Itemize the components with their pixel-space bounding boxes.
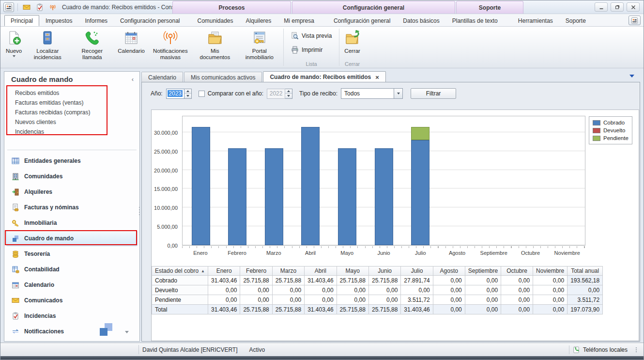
bar-segment-cobrado[interactable] bbox=[411, 140, 429, 245]
ribbon-tab-herramientas[interactable]: Herramientas bbox=[512, 15, 559, 26]
sidebar-link-facturas-emitidas-ventas[interactable]: Facturas emitidas (ventas) bbox=[15, 98, 90, 108]
ribbon-tab-comunidades[interactable]: Comunidades bbox=[191, 15, 240, 26]
sidebar-collapse-icon[interactable]: ‹ bbox=[132, 76, 134, 83]
ribbon-tab-plantillas-de-texto[interactable]: Plantillas de texto bbox=[446, 15, 504, 26]
local-phones-label[interactable]: Teléfonos locales bbox=[583, 346, 628, 353]
toolbar-button-mis-documentos[interactable]: Mis documentos bbox=[193, 27, 237, 68]
toolbar-button-calendario[interactable]: Calendario bbox=[114, 27, 148, 68]
receipt-type-value[interactable]: Todos bbox=[341, 88, 394, 99]
sidebar-item-contabilidad[interactable]: Contabilidad bbox=[6, 262, 138, 277]
ribbon-tab-alquileres[interactable]: Alquileres bbox=[240, 15, 278, 26]
sidebar-item-facturas-y-nóminas[interactable]: Facturas y nóminas bbox=[6, 200, 138, 215]
sidebar-item-alquileres[interactable]: Alquileres bbox=[6, 184, 138, 200]
year-spinner[interactable]: 2023 bbox=[166, 89, 192, 99]
sidebar-item-entidades-generales[interactable]: Entidades generales bbox=[6, 153, 138, 169]
toolbar-button-notificaciones-masivas[interactable]: Notificaciones masivas bbox=[148, 27, 193, 68]
minimize-button[interactable] bbox=[595, 2, 608, 12]
cell: 0,00 bbox=[368, 295, 400, 305]
toolbar-button-localizar-incidencias[interactable]: Localizar incidencias bbox=[25, 27, 70, 68]
sidebar-link-facturas-recibidas-compras[interactable]: Facturas recibidas (compras) bbox=[15, 108, 90, 117]
bar-segment-cobrado[interactable] bbox=[265, 148, 283, 245]
sidebar-item-cuadro-de-mando[interactable]: Cuadro de mando bbox=[6, 231, 138, 246]
document-tab-cuadro-de-mando-recibos-emitidos[interactable]: Cuadro de mando: Recibos emitidos× bbox=[263, 71, 385, 82]
ribbon-tab-principal[interactable]: Principal bbox=[4, 15, 39, 26]
x-tick-label: Noviembre bbox=[549, 250, 585, 256]
document-tab-calendario[interactable]: Calendario bbox=[141, 72, 183, 82]
window-controls bbox=[595, 2, 640, 12]
bar-segment-cobrado[interactable] bbox=[338, 148, 356, 245]
combo-dropdown-button[interactable] bbox=[394, 88, 403, 99]
close-tab-icon[interactable]: × bbox=[375, 74, 379, 80]
collapse-ribbon-icon[interactable] bbox=[616, 16, 626, 25]
cell: 193.562,18 bbox=[567, 276, 603, 285]
bar-segment-cobrado[interactable] bbox=[301, 127, 320, 245]
ribbon-tab-soporte[interactable]: Soporte bbox=[559, 15, 592, 26]
tasks-quick-icon[interactable] bbox=[34, 2, 45, 12]
app-menu-icon[interactable] bbox=[3, 2, 14, 12]
sidebar-item-comunidades[interactable]: Comunidades bbox=[6, 169, 138, 184]
restore-button[interactable] bbox=[611, 2, 624, 12]
ribbon-tab-configuración-personal[interactable]: Configuración personal bbox=[114, 15, 186, 26]
cell: 0,00 bbox=[567, 285, 603, 295]
tab-list-dropdown-icon[interactable] bbox=[629, 75, 634, 78]
close-button[interactable] bbox=[627, 2, 640, 12]
toolbar-button-recoger-llamada[interactable]: Recoger llamada bbox=[70, 27, 114, 68]
column-header-estado-del-cobro[interactable]: Estado del cobro▲ bbox=[152, 266, 208, 276]
receipt-type-select[interactable]: Todos bbox=[341, 88, 403, 99]
sidebar: Cuadro de mando ‹ Recibos emitidosFactur… bbox=[4, 71, 140, 342]
sidebar-overflow-icon[interactable] bbox=[125, 331, 129, 333]
divider bbox=[339, 29, 339, 66]
sidebar-item-inmobiliaria[interactable]: Inmobiliaria bbox=[6, 215, 138, 231]
app-logo bbox=[96, 323, 116, 339]
quick-access-toolbar bbox=[0, 2, 58, 12]
legend-label: Pendiente bbox=[603, 135, 629, 141]
filtrar-button[interactable]: Filtrar bbox=[411, 88, 456, 99]
ribbon-tab-mi-empresa[interactable]: Mi empresa bbox=[277, 15, 321, 26]
sidebar-item-incidencias[interactable]: Incidencias bbox=[6, 308, 138, 324]
sidebar-link-nuevos-clientes[interactable]: Nuevos clientes bbox=[15, 117, 90, 127]
document-tab-mis-comunicados-activos[interactable]: Mis comunicados activos bbox=[184, 72, 262, 82]
sidebar-item-calendario[interactable]: Calendario bbox=[6, 277, 138, 293]
ribbon-tab-datos-básicos[interactable]: Datos básicos bbox=[397, 15, 445, 26]
ribbon-tab-configuración-general[interactable]: Configuración general bbox=[327, 15, 397, 26]
bar-segment-pendiente[interactable] bbox=[411, 127, 429, 140]
cerrar-button[interactable]: Cerrar bbox=[341, 27, 364, 55]
coins-icon bbox=[12, 250, 19, 258]
chart-y-axis: 0,005.000,0010.000,0015.000,0020.000,002… bbox=[152, 116, 180, 246]
sidebar-item-comunicados[interactable]: Comunicados bbox=[6, 293, 138, 308]
sidebar-link-recibos-emitidos[interactable]: Recibos emitidos bbox=[15, 88, 90, 98]
ribbon-tab-impuestos[interactable]: Impuestos bbox=[39, 15, 78, 26]
phone-icon bbox=[573, 346, 580, 353]
ribbon-tab-informes[interactable]: Informes bbox=[78, 15, 114, 26]
column-header-febrero: Febrero bbox=[240, 266, 272, 276]
broadcast-icon bbox=[163, 29, 178, 47]
legend-label: Devuelto bbox=[603, 127, 625, 133]
toolbar-button-portal-inmobiliario[interactable]: Portal inmobiliario bbox=[237, 27, 282, 68]
year-input[interactable]: 2023 bbox=[168, 90, 183, 97]
sidebar-resize-handle[interactable] bbox=[138, 203, 140, 219]
spin-up-icon[interactable] bbox=[186, 90, 189, 92]
cell: 0,00 bbox=[501, 285, 533, 295]
year-spinner-arrows[interactable] bbox=[184, 89, 192, 99]
compare-checkbox[interactable] bbox=[199, 91, 205, 97]
toolbar-button-label: Mis documentos bbox=[196, 48, 234, 61]
broadcast-quick-icon[interactable] bbox=[47, 2, 58, 12]
app-mini-icon[interactable] bbox=[629, 16, 641, 25]
resize-grip[interactable] bbox=[636, 347, 637, 352]
sidebar-item-notificaciones[interactable]: Notificaciones bbox=[6, 324, 138, 339]
cell: 0,00 bbox=[305, 295, 337, 305]
sidebar-item-tesorería[interactable]: Tesorería bbox=[6, 246, 138, 262]
toolbar-button-nuevo[interactable]: Nuevo bbox=[2, 27, 25, 68]
sidebar-link-incidencias[interactable]: Incidencias bbox=[15, 127, 90, 137]
bar-segment-cobrado[interactable] bbox=[228, 148, 246, 245]
compare-label: Comparar con el año: bbox=[208, 90, 263, 97]
mail-quick-icon[interactable] bbox=[21, 2, 32, 12]
toolbar-button-imprimir[interactable]: Imprimir bbox=[291, 46, 332, 54]
bar-segment-cobrado[interactable] bbox=[375, 148, 393, 245]
spin-down-icon[interactable] bbox=[186, 95, 189, 97]
cell: 197.073,90 bbox=[567, 305, 603, 314]
ribbon-tab-row: PrincipalImpuestosInformesConfiguración … bbox=[0, 14, 644, 27]
bar-segment-cobrado[interactable] bbox=[192, 127, 210, 245]
toolbar-button-vista-previa[interactable]: Vista previa bbox=[291, 32, 332, 40]
x-tick-label: Junio bbox=[366, 250, 402, 256]
